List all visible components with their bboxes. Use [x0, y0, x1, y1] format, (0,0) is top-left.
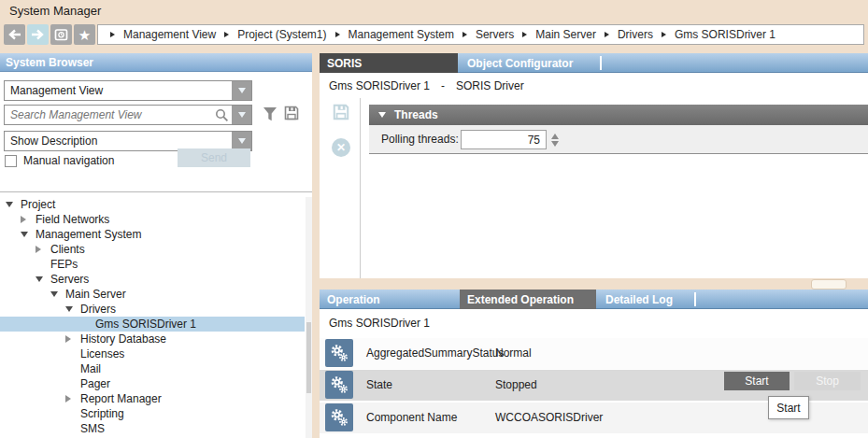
tree-item-drivers[interactable]: Drivers: [0, 302, 305, 317]
property-value: Normal: [495, 346, 532, 360]
polling-threads-input[interactable]: [461, 130, 547, 149]
save-filter-icon[interactable]: [283, 105, 300, 121]
tree-item-pager[interactable]: Pager: [0, 376, 305, 391]
start-tooltip: Start: [768, 396, 809, 419]
tab-operation[interactable]: Operation: [320, 290, 458, 309]
chevron-down-icon: [238, 138, 246, 144]
threads-group-header[interactable]: Threads: [369, 105, 868, 125]
tree-scrollbar-thumb[interactable]: [306, 322, 311, 393]
tool-column-divider: [360, 98, 361, 278]
dropdown-arrow-button[interactable]: [232, 132, 251, 150]
breadcrumb-item[interactable]: Management View: [123, 28, 216, 41]
favorites-button[interactable]: ★: [74, 24, 95, 45]
object-name: Gms SORISDriver 1: [329, 79, 430, 92]
threads-group-body: Polling threads:: [369, 125, 868, 154]
history-button[interactable]: [50, 24, 72, 45]
polling-threads-stepper[interactable]: [549, 130, 561, 149]
tree-item-mail[interactable]: Mail: [0, 361, 305, 376]
expanded-arrow-icon[interactable]: [36, 276, 43, 282]
breadcrumb-item[interactable]: Servers: [476, 28, 514, 41]
history-icon: [54, 28, 68, 41]
breadcrumb-item[interactable]: Drivers: [618, 28, 653, 41]
manual-navigation-checkbox[interactable]: [5, 155, 17, 167]
window-title: System Manager: [9, 4, 101, 18]
chevron-down-icon: [238, 112, 246, 118]
tree-item-licenses[interactable]: Licenses: [0, 346, 305, 361]
send-button[interactable]: Send: [178, 148, 250, 167]
save-icon[interactable]: [332, 103, 350, 121]
breadcrumb-item[interactable]: Gms SORISDriver 1: [675, 28, 776, 41]
breadcrumb-item[interactable]: Main Server: [535, 28, 596, 41]
breadcrumb-arrow-icon: [662, 32, 666, 37]
tree-item-main-server[interactable]: Main Server: [0, 287, 305, 302]
tree-item-label: FEPs: [50, 258, 78, 271]
tree-item-sms[interactable]: SMS: [0, 421, 305, 436]
selected-object-line: Gms SORISDriver 1-SORIS Driver: [329, 79, 524, 92]
pane-splitter-handle[interactable]: [811, 279, 847, 290]
chevron-down-icon: [238, 88, 246, 93]
collapsed-arrow-icon[interactable]: [36, 246, 41, 253]
expanded-arrow-icon[interactable]: [6, 202, 13, 207]
tree-item-servers[interactable]: Servers: [0, 272, 305, 287]
tree-item-label: Management System: [36, 228, 141, 241]
tab-object-configurator[interactable]: Object Configurator: [460, 53, 598, 73]
breadcrumb-item[interactable]: Project (System1): [237, 28, 326, 41]
tree-item-gms-sorisdriver-1[interactable]: Gms SORISDriver 1: [0, 317, 305, 332]
operation-object-name: Gms SORISDriver 1: [329, 317, 430, 330]
expanded-arrow-icon[interactable]: [65, 306, 73, 312]
property-value: Stopped: [495, 378, 537, 391]
tree-item-label: Pager: [80, 377, 110, 390]
forward-arrow-icon: [31, 29, 45, 40]
operation-tab-bar: Operation Extended Operation Detailed Lo…: [320, 290, 868, 309]
collapse-arrow-icon: [378, 112, 386, 118]
breadcrumb-item[interactable]: Management System: [349, 28, 454, 41]
search-input[interactable]: [5, 108, 215, 121]
start-button[interactable]: Start: [724, 372, 790, 390]
breadcrumb-arrow-icon: [224, 32, 229, 37]
expanded-arrow-icon[interactable]: [21, 232, 28, 237]
tab-detailed-log[interactable]: Detailed Log: [598, 290, 692, 309]
tab-extended-operation[interactable]: Extended Operation: [460, 290, 596, 309]
tab-label: Extended Operation: [467, 293, 574, 306]
tree-item-history-database[interactable]: History Database: [0, 332, 305, 346]
tree-item-field-networks[interactable]: Field Networks: [0, 212, 305, 227]
gears-icon: [325, 371, 353, 399]
tree-item-label: SMS: [80, 422, 105, 435]
filter-icon[interactable]: [263, 106, 277, 122]
dropdown-arrow-button[interactable]: [232, 81, 251, 100]
view-selector-dropdown[interactable]: Management View: [4, 80, 252, 101]
expanded-arrow-icon[interactable]: [50, 291, 58, 297]
tree-item-clients[interactable]: Clients: [0, 242, 305, 257]
breadcrumb: Management View Project (System1) Manage…: [97, 24, 864, 45]
tree-item-feps[interactable]: FEPs: [0, 257, 305, 272]
tree-item-management-system[interactable]: Management System: [0, 227, 305, 242]
tree-item-label: Drivers: [80, 303, 116, 316]
search-box: [4, 105, 252, 125]
back-arrow-icon: [7, 29, 21, 40]
property-name: State: [366, 378, 392, 391]
polling-threads-label: Polling threads:: [381, 133, 459, 146]
search-dropdown-arrow-button[interactable]: [232, 106, 251, 124]
stop-button[interactable]: Stop: [794, 372, 861, 390]
breadcrumb-arrow-icon: [335, 32, 340, 37]
forward-button[interactable]: [27, 24, 49, 45]
tree-scrollbar[interactable]: [306, 197, 312, 438]
spinner-down-icon[interactable]: [551, 141, 559, 147]
back-button[interactable]: [4, 24, 25, 45]
description-selector-value: Show Description: [5, 134, 232, 148]
spinner-up-icon[interactable]: [551, 134, 559, 139]
gears-icon: [325, 403, 353, 431]
primary-pane: SORIS Object Configurator Gms SORISDrive…: [320, 53, 868, 278]
collapsed-arrow-icon[interactable]: [21, 216, 26, 223]
collapsed-arrow-icon[interactable]: [65, 395, 71, 403]
breadcrumb-arrow-icon: [462, 32, 467, 37]
tree-item-project[interactable]: Project: [0, 197, 305, 212]
view-selector-value: Management View: [5, 84, 232, 97]
tree-item-report-manager[interactable]: Report Manager: [0, 391, 305, 406]
collapsed-arrow-icon[interactable]: [65, 335, 71, 343]
tab-soris[interactable]: SORIS: [320, 53, 458, 73]
tab-label: Object Configurator: [467, 57, 573, 70]
object-type: SORIS Driver: [456, 79, 524, 92]
tree-item-scripting[interactable]: Scripting: [0, 406, 305, 421]
discard-icon[interactable]: ✕: [332, 138, 350, 157]
